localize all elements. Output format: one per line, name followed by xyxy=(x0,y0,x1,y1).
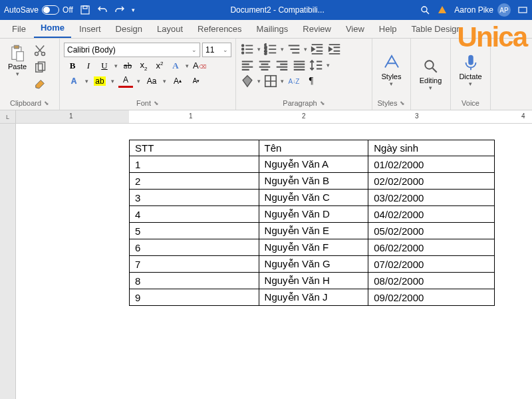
underline-button[interactable]: U xyxy=(98,61,110,71)
user-account[interactable]: Aaron Pike AP xyxy=(454,3,511,17)
table-header-cell[interactable]: STT xyxy=(130,140,259,156)
table-cell[interactable]: 9 xyxy=(130,289,259,306)
table-cell[interactable]: Nguyễn Văn B xyxy=(259,173,368,190)
table-cell[interactable]: 7 xyxy=(130,256,259,273)
table-cell[interactable]: 06/02/2000 xyxy=(368,239,495,256)
tab-insert[interactable]: Insert xyxy=(72,20,108,38)
bullets-button[interactable] xyxy=(240,43,255,56)
styles-launcher-icon[interactable]: ⬊ xyxy=(400,100,405,106)
table-row[interactable]: 5Nguyễn Văn E05/02/2000 xyxy=(130,223,495,239)
tab-selector[interactable]: L xyxy=(0,110,16,123)
table-cell[interactable]: 2 xyxy=(130,173,259,190)
table-cell[interactable]: 09/02/2000 xyxy=(368,289,495,306)
tab-help[interactable]: Help xyxy=(372,20,404,38)
table-cell[interactable]: Nguyễn Văn J xyxy=(259,289,368,306)
align-center-button[interactable] xyxy=(257,59,272,72)
line-spacing-button[interactable] xyxy=(309,59,324,72)
table-row[interactable]: 9Nguyễn Văn J09/02/2000 xyxy=(130,289,495,306)
table-cell[interactable]: 5 xyxy=(130,223,259,239)
font-size-select[interactable]: 11⌄ xyxy=(202,43,231,57)
table-cell[interactable]: 6 xyxy=(130,239,259,256)
bold-button[interactable]: B xyxy=(66,61,78,71)
table-cell[interactable]: 01/02/2000 xyxy=(368,156,495,173)
borders-button[interactable] xyxy=(263,74,278,88)
clipboard-launcher-icon[interactable]: ⬊ xyxy=(44,100,49,106)
save-icon[interactable] xyxy=(80,5,90,15)
show-marks-button[interactable]: ¶ xyxy=(304,74,319,88)
format-painter-icon[interactable] xyxy=(33,78,47,92)
font-launcher-icon[interactable]: ⬊ xyxy=(154,100,159,106)
sort-button[interactable]: A↓Z xyxy=(287,74,301,88)
table-cell[interactable]: 8 xyxy=(130,273,259,289)
font-name-select[interactable]: Calibri (Body)⌄ xyxy=(64,43,200,57)
text-outline-button[interactable]: A xyxy=(66,74,81,88)
superscript-button[interactable]: x2 xyxy=(154,61,166,71)
table-row[interactable]: 1Nguyễn Văn A01/02/2000 xyxy=(130,156,495,173)
table-cell[interactable]: 08/02/2000 xyxy=(368,273,495,289)
tab-mailings[interactable]: Mailings xyxy=(250,20,295,38)
table-cell[interactable]: Nguyễn Văn G xyxy=(259,256,368,273)
table-row[interactable]: 2Nguyễn Văn B02/02/2000 xyxy=(130,173,495,190)
table-cell[interactable]: 05/02/2000 xyxy=(368,223,495,239)
font-color-button[interactable]: A xyxy=(118,74,133,88)
tab-design[interactable]: Design xyxy=(109,20,149,38)
search-icon[interactable] xyxy=(420,5,430,15)
table-row[interactable]: 3Nguyễn Văn C03/02/2000 xyxy=(130,190,495,206)
grow-font-button[interactable]: A▴ xyxy=(170,74,185,88)
table-header-row[interactable]: STTTênNgày sinh xyxy=(130,140,495,156)
autosave-toggle[interactable]: AutoSave Off xyxy=(4,5,73,15)
increase-indent-button[interactable] xyxy=(327,43,342,56)
table-cell[interactable]: Nguyễn Văn E xyxy=(259,223,368,239)
decrease-indent-button[interactable] xyxy=(310,43,325,56)
table-row[interactable]: 4Nguyễn Văn D04/02/2000 xyxy=(130,206,495,223)
undo-icon[interactable] xyxy=(97,5,108,15)
align-left-button[interactable] xyxy=(240,59,255,72)
paste-button[interactable]: Paste ▾ xyxy=(4,41,31,98)
table-cell[interactable]: 1 xyxy=(130,156,259,173)
subscript-button[interactable]: x2 xyxy=(138,60,150,72)
styles-button[interactable]: Styles ▾ xyxy=(376,41,406,98)
table-cell[interactable]: 4 xyxy=(130,206,259,223)
page[interactable]: STTTênNgày sinh1Nguyễn Văn A01/02/20002N… xyxy=(16,124,532,399)
highlight-button[interactable]: ab xyxy=(92,74,107,88)
clear-format-button[interactable]: A⌫ xyxy=(193,61,205,71)
cut-icon[interactable] xyxy=(33,44,47,57)
tab-layout[interactable]: Layout xyxy=(150,20,190,38)
strikethrough-button[interactable]: ab xyxy=(122,61,134,71)
table-header-cell[interactable]: Tên xyxy=(259,140,368,156)
table-row[interactable]: 6Nguyễn Văn F06/02/2000 xyxy=(130,239,495,256)
tab-home[interactable]: Home xyxy=(34,19,71,38)
ribbon-display-icon[interactable] xyxy=(517,5,528,15)
dictate-button[interactable]: Dictate ▾ xyxy=(455,41,486,98)
redo-icon[interactable] xyxy=(114,5,125,15)
table-cell[interactable]: 07/02/2000 xyxy=(368,256,495,273)
table-cell[interactable]: 02/02/2000 xyxy=(368,173,495,190)
numbering-button[interactable]: 123 xyxy=(263,43,278,56)
change-case-button[interactable]: Aa xyxy=(144,74,159,88)
justify-button[interactable] xyxy=(292,59,307,72)
copy-icon[interactable] xyxy=(33,61,47,74)
table-cell[interactable]: 03/02/2000 xyxy=(368,190,495,206)
table-row[interactable]: 7Nguyễn Văn G07/02/2000 xyxy=(130,256,495,273)
tab-file[interactable]: File xyxy=(5,20,33,38)
ruler-vertical[interactable] xyxy=(0,124,16,399)
editing-button[interactable]: Editing ▾ xyxy=(415,41,446,106)
table-cell[interactable]: 3 xyxy=(130,190,259,206)
italic-button[interactable]: I xyxy=(82,61,94,71)
multilevel-button[interactable] xyxy=(287,43,301,56)
shading-button[interactable] xyxy=(240,74,255,88)
text-effects-button[interactable]: A xyxy=(170,61,182,71)
tab-table-design[interactable]: Table Design xyxy=(405,20,468,38)
table-cell[interactable]: 04/02/2000 xyxy=(368,206,495,223)
table-cell[interactable]: Nguyễn Văn C xyxy=(259,190,368,206)
table-cell[interactable]: Nguyễn Văn F xyxy=(259,239,368,256)
table-row[interactable]: 8Nguyễn Văn H08/02/2000 xyxy=(130,273,495,289)
table-cell[interactable]: Nguyễn Văn A xyxy=(259,156,368,173)
table-header-cell[interactable]: Ngày sinh xyxy=(368,140,495,156)
tab-references[interactable]: References xyxy=(191,20,248,38)
paragraph-launcher-icon[interactable]: ⬊ xyxy=(320,100,325,106)
data-table[interactable]: STTTênNgày sinh1Nguyễn Văn A01/02/20002N… xyxy=(129,140,495,306)
table-cell[interactable]: Nguyễn Văn D xyxy=(259,206,368,223)
tab-view[interactable]: View xyxy=(339,20,371,38)
shrink-font-button[interactable]: A▾ xyxy=(189,74,203,88)
